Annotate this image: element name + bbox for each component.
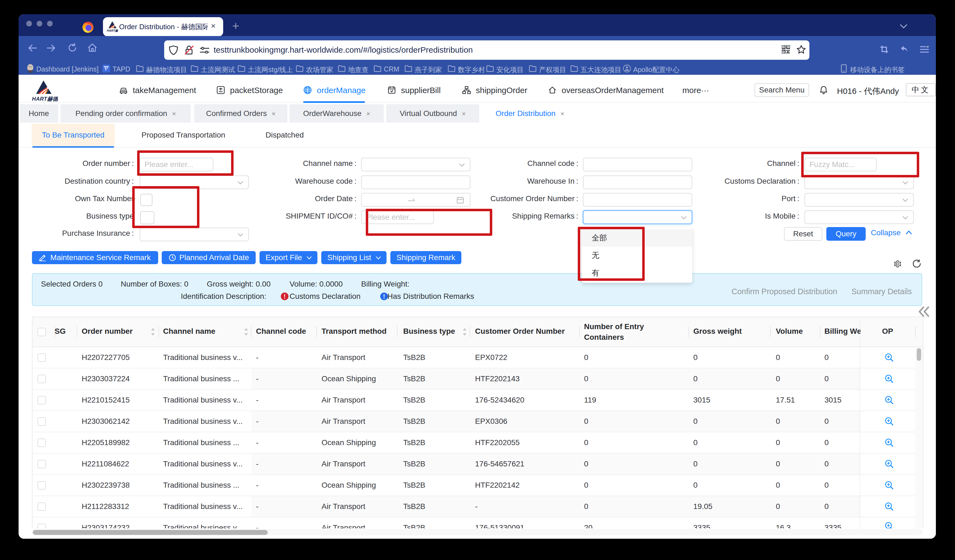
svg-text:HART赫德: HART赫德 bbox=[107, 29, 118, 32]
svg-text:HART赫德: HART赫德 bbox=[32, 96, 58, 101]
